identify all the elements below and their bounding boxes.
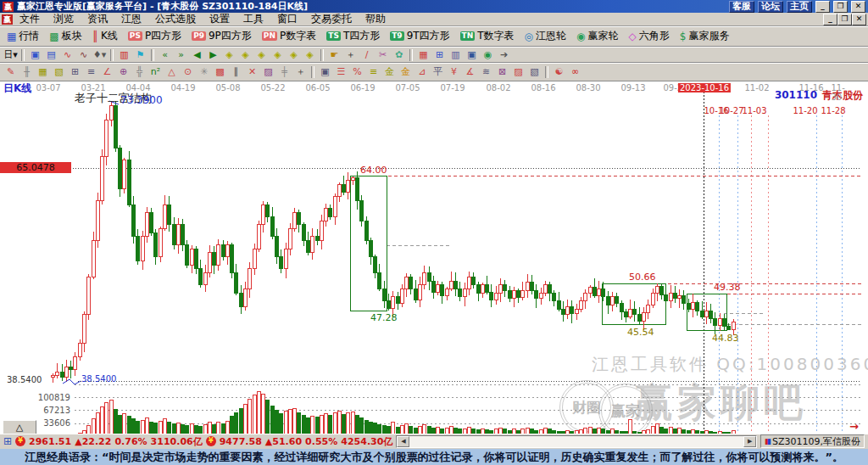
wedge-tool-icon[interactable]: ⊿ (414, 65, 430, 79)
menu-江恩[interactable]: 江恩 (114, 13, 148, 25)
expand-pane-button[interactable]: △ (3, 420, 36, 434)
price-mark-icon[interactable]: ¥ (446, 65, 462, 79)
shade-grid-icon[interactable]: ▧ (51, 65, 67, 79)
plus-tool-icon[interactable]: ＋ (292, 65, 309, 79)
pen-tool-icon[interactable]: ✎ (3, 65, 19, 79)
starburst-tool-icon[interactable]: ✳ (196, 65, 212, 79)
menu-交易委托[interactable]: 交易委托 (304, 13, 359, 25)
cycle-tool-icon[interactable]: ⊙ (180, 65, 196, 79)
hatch2-tool-icon[interactable]: ▨ (510, 65, 526, 79)
hatch3-tool-icon[interactable]: ▧ (526, 65, 542, 79)
horizontal-level-icon[interactable]: 平 (430, 65, 446, 79)
toolbar-button-K线[interactable]: ║K线 (88, 29, 122, 44)
menu-设置[interactable]: 设置 (203, 13, 236, 25)
toolbar-button-赢家服务[interactable]: $赢家服务 (676, 29, 734, 44)
golden-section-icon[interactable]: 金 (381, 65, 398, 79)
parallel-lines-icon[interactable]: ∥ (228, 65, 244, 79)
info-panel-icon[interactable]: ▤ (43, 48, 59, 62)
calculator-icon[interactable]: ⊞ (431, 48, 448, 62)
kline-chart-area[interactable]: 江恩工具软件 QQ:100800360 赢家聊吧 财圈 赢家 日K线 老子十二宫… (0, 81, 868, 434)
trendline-tool-icon[interactable]: ∕ (359, 48, 375, 62)
quote-grid-icon[interactable]: ⊞ (3, 435, 12, 447)
mdi-restore-button[interactable]: ❐ (837, 14, 852, 25)
wave-band-down-icon[interactable]: ∿ (75, 48, 92, 62)
scrollbar-right-icon[interactable]: ▶ (743, 436, 756, 447)
notes-icon[interactable]: ▥ (448, 48, 464, 62)
minimize-button[interactable]: _ (815, 1, 830, 13)
close-button[interactable]: ✕ (851, 1, 865, 13)
next-stock-panel[interactable]: ▮▮ SZ301109,军信股份 (760, 434, 865, 448)
triangle-tool-icon[interactable]: △ (164, 65, 180, 79)
toolbar-button-P数字表[interactable]: PNP数字表 (258, 29, 320, 44)
fib-levels-icon[interactable]: ≡ (365, 65, 381, 79)
hand-tool-icon[interactable]: ☛ (326, 48, 342, 62)
last-page-icon[interactable]: » (173, 48, 189, 62)
gann-grid-icon[interactable]: ╫ (19, 65, 35, 79)
infinity-icon[interactable]: ∞ (567, 65, 583, 79)
menu-工具[interactable]: 工具 (236, 13, 270, 25)
menu-资讯[interactable]: 资讯 (81, 13, 114, 25)
menu-文件[interactable]: 文件 (13, 13, 47, 25)
crosshair-tool-icon[interactable]: ＋ (342, 48, 359, 62)
square-grid-icon[interactable]: ▦ (35, 65, 51, 79)
speed-lines-icon[interactable]: ☰ (333, 65, 349, 79)
menu-帮助[interactable]: 帮助 (359, 13, 392, 25)
wave-count-icon[interactable]: ≋ (478, 65, 494, 79)
golden-box-icon[interactable]: 金 (398, 65, 414, 79)
toolbar-button-行情[interactable]: ▦行情 (3, 29, 43, 44)
next-bar-icon[interactable]: ▶ (205, 48, 221, 62)
menu-窗口[interactable]: 窗口 (270, 13, 304, 25)
flag-icon[interactable]: ⚑ (132, 48, 148, 62)
homepage-button[interactable]: 主页 (787, 1, 812, 13)
closed-box-icon[interactable]: ⊠ (494, 65, 510, 79)
period-day-button[interactable]: 日▾ (3, 48, 19, 62)
prev-bar-icon[interactable]: ◀ (189, 48, 205, 62)
square-of-nine-icon[interactable]: n² (147, 65, 164, 79)
first-page-icon[interactable]: « (157, 48, 173, 62)
box-tool-icon[interactable]: ▣ (317, 65, 333, 79)
gann-nav-right-icon[interactable]: ◈ (237, 48, 253, 62)
wave-band-up-icon[interactable]: ∿ (59, 48, 75, 62)
percent-retrace-icon[interactable]: % (349, 65, 365, 79)
gann-nav-shrink-icon[interactable]: ◈ (270, 48, 286, 62)
gann-nav-expand-icon[interactable]: ◈ (253, 48, 270, 62)
multi-window-icon[interactable]: ▣ (27, 48, 43, 62)
price-levels-icon[interactable]: ≡ (83, 65, 99, 79)
toolbar-button-赢家轮[interactable]: ◉赢家轮 (572, 29, 622, 44)
dense-grid-icon[interactable]: ▩ (212, 65, 228, 79)
customer-service-button[interactable]: 客服 (729, 1, 754, 13)
scrollbar-left-icon[interactable]: ◀ (397, 436, 409, 447)
menu-公式选股[interactable]: 公式选股 (148, 13, 203, 25)
calendar-icon[interactable]: ▦ (415, 48, 431, 62)
angle-fan-icon[interactable]: ∡ (462, 65, 478, 79)
toolbar-button-江恩轮[interactable]: ◎江恩轮 (520, 29, 570, 44)
toolbar-button-T数字表[interactable]: TNT数字表 (456, 29, 519, 44)
horizontal-scrollbar[interactable]: ◀ ▶ (396, 435, 757, 448)
hatch-tool-icon[interactable]: ▨ (260, 65, 276, 79)
scroll-right-arrow[interactable]: → (849, 420, 859, 433)
yin-yang-icon[interactable]: ☯ (551, 65, 567, 79)
kline-chart-canvas[interactable] (0, 81, 868, 434)
gann-nav-down-icon[interactable]: ◈ (302, 48, 318, 62)
gann-nav-up-icon[interactable]: ◈ (286, 48, 302, 62)
toolbar-button-板块[interactable]: ▩板块 (45, 29, 86, 44)
mdi-minimize-button[interactable]: _ (823, 14, 837, 25)
gann-nav-left-icon[interactable]: ◈ (221, 48, 237, 62)
export-icon[interactable]: ➔ (496, 48, 512, 62)
toolbar-button-9T四方形[interactable]: T99T四方形 (386, 29, 453, 44)
toolbar-button-六角形[interactable]: ◇六角形 (625, 29, 674, 44)
toolbar-button-9P四方形[interactable]: P99P四方形 (187, 29, 256, 44)
forum-button[interactable]: 论坛 (758, 1, 783, 13)
four-square-icon[interactable]: ⊞ (67, 65, 83, 79)
indicator-picker-icon[interactable]: ♦▾ (92, 48, 108, 62)
angle-line-icon[interactable]: ∠ (99, 65, 115, 79)
analyse-tool-icon[interactable]: ✿ (391, 48, 407, 62)
mdi-close-button[interactable]: ✕ (852, 14, 866, 25)
toolbar-button-P四方形[interactable]: PSP四方形 (124, 29, 186, 44)
cross-grid-icon[interactable]: ╬ (131, 65, 147, 79)
menu-浏览[interactable]: 浏览 (47, 13, 81, 25)
network-icon[interactable]: ◉ (480, 48, 496, 62)
save-icon[interactable]: ▣ (464, 48, 480, 62)
toolbar-button-T四方形[interactable]: TST四方形 (322, 29, 384, 44)
time-division-icon[interactable]: ╪ (276, 65, 292, 79)
